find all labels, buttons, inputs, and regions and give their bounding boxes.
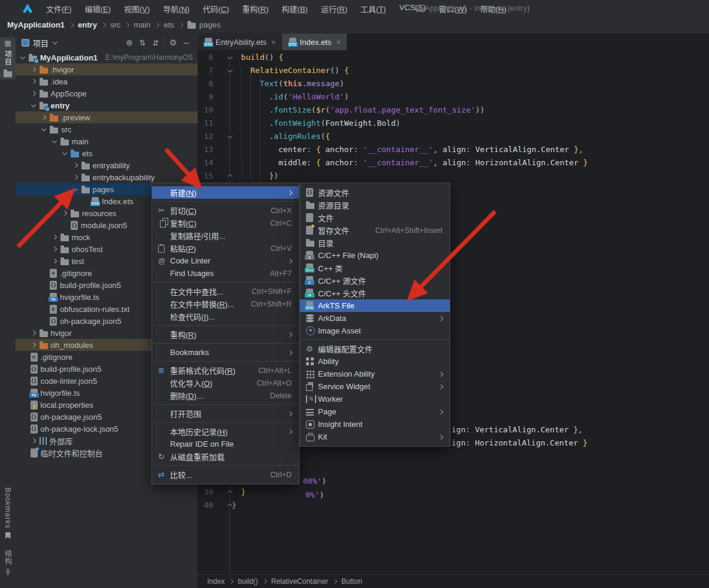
new-submenu-item-编辑器配置文件[interactable]: ⚙编辑器配置文件	[300, 343, 450, 355]
menubar-item-0[interactable]: 文件(F)	[40, 1, 78, 17]
new-submenu-item-Image Asset[interactable]: Image Asset	[300, 325, 450, 337]
new-submenu-item-Page[interactable]: Page	[300, 405, 450, 418]
fold-collapse-icon[interactable]	[226, 54, 233, 60]
toolbar-settings-button[interactable]: ⚙	[166, 36, 180, 49]
chevron-right-icon[interactable]	[62, 211, 68, 215]
activity-tab-structure[interactable]: 结构╬	[0, 550, 16, 575]
menubar-item-2[interactable]: 视图(V)	[117, 1, 156, 17]
chevron-right-icon[interactable]	[51, 247, 57, 251]
context-menu-item-重新格式化代码(R)[interactable]: ≣重新格式化代码(R)Ctrl+Alt+L	[152, 364, 299, 377]
chevron-right-icon[interactable]	[31, 439, 37, 442]
fold-collapse-icon[interactable]	[226, 133, 233, 140]
chevron-down-icon[interactable]	[51, 140, 57, 143]
context-menu-item-剪切(C)[interactable]: ✂剪切(C)Ctrl+X	[152, 204, 299, 217]
new-submenu-item-Ability[interactable]: Ability	[300, 355, 450, 368]
chevron-right-icon[interactable]	[31, 68, 37, 71]
chevron-right-icon[interactable]	[72, 175, 78, 179]
new-submenu-item-C++ 类[interactable]: C++C++ 类	[300, 262, 450, 274]
menubar-item-8[interactable]: 工具(T)	[354, 1, 393, 17]
tree-row-src[interactable]: src	[16, 123, 198, 135]
toolbar-hide-button[interactable]: ─	[180, 36, 193, 49]
tree-row-AppScope[interactable]: AppScope	[16, 87, 198, 99]
chevron-right-icon[interactable]	[31, 80, 37, 83]
activity-tab-project[interactable]: ▦项目	[0, 37, 16, 80]
chevron-right-icon[interactable]	[31, 92, 37, 95]
tree-row-main[interactable]: main	[16, 135, 198, 147]
fold-end-icon[interactable]	[226, 502, 233, 508]
context-menu-item-从磁盘重新加载[interactable]: ↻从磁盘重新加载	[152, 450, 299, 463]
chevron-right-icon[interactable]	[41, 116, 47, 119]
context-menu-item-删除(D)...[interactable]: 删除(D)...Delete	[152, 389, 299, 402]
context-menu-item-本地历史记录(H)[interactable]: 本地历史记录(H)	[152, 425, 299, 438]
tree-row-entry[interactable]: entry	[16, 99, 198, 111]
tree-row-entryability[interactable]: entryability	[16, 159, 198, 171]
new-submenu-item-C/C++ File (Napi)[interactable]: CC/C++ File (Napi)	[300, 249, 450, 262]
context-menu-item-Repair IDE on File[interactable]: Repair IDE on File	[152, 438, 299, 450]
breadcrumb-item-MyApplication1[interactable]: MyApplication1	[7, 20, 65, 29]
new-submenu-item-资源文件[interactable]: {}资源文件	[300, 186, 450, 199]
breadcrumb-item-src[interactable]: src	[110, 20, 120, 29]
context-menu-item-在文件中替换(R)...[interactable]: 在文件中替换(R)...Ctrl+Shift+R	[152, 298, 299, 310]
chevron-down-icon[interactable]	[62, 152, 68, 154]
chevron-down-icon[interactable]	[20, 56, 26, 59]
menubar-item-1[interactable]: 编辑(E)	[78, 1, 117, 17]
new-submenu-item-资源目录[interactable]: 资源目录	[300, 199, 450, 211]
tree-row-entrybackupability[interactable]: entrybackupability	[16, 171, 198, 183]
context-menu-item-在文件中查找...[interactable]: 在文件中查找...Ctrl+Shift+F	[152, 285, 299, 298]
menubar-item-5[interactable]: 重构(R)	[236, 1, 275, 17]
new-submenu-item-ArkTS File[interactable]: ETSArkTS File	[300, 299, 450, 312]
context-menu-item-优化导入(O)[interactable]: 优化导入(O)Ctrl+Alt+O	[152, 377, 299, 389]
tree-row-.hvigor[interactable]: .hvigor	[16, 63, 198, 75]
editor-breadcrumb-build()[interactable]: build()	[238, 577, 257, 586]
editor-breadcrumb-Button[interactable]: Button	[341, 577, 362, 586]
breadcrumb-item-pages[interactable]: pages	[187, 20, 220, 29]
new-submenu-item-C/C++ 源文件[interactable]: CC/C++ 源文件	[300, 274, 450, 287]
tree-row-.preview[interactable]: .preview	[16, 111, 198, 123]
new-submenu-item-文件[interactable]: 文件	[300, 211, 450, 224]
new-submenu-item-ArkData[interactable]: ArkData	[300, 312, 450, 325]
context-menu-item-Code Linter[interactable]: @Code Linter	[152, 254, 299, 267]
chevron-right-icon[interactable]	[31, 331, 37, 335]
tree-row-MyApplication1[interactable]: MyApplication1E:\myProgram\HarmonyOS	[16, 51, 198, 63]
breadcrumb-item-ets[interactable]: ets	[163, 20, 174, 29]
menubar-item-4[interactable]: 代码(C)	[196, 1, 235, 17]
context-menu-item-检查代码(I)...[interactable]: 检查代码(I)...	[152, 310, 299, 323]
chevron-right-icon[interactable]	[51, 235, 57, 239]
chevron-down-icon[interactable]	[72, 188, 78, 190]
tab-Index.ets[interactable]: ETSIndex.ets×	[282, 34, 347, 50]
context-menu-item-打开范围[interactable]: 打开范围	[152, 407, 299, 420]
toolbar-locate-button[interactable]: ⊕	[123, 36, 136, 49]
editor-breadcrumb-RelativeContainer[interactable]: RelativeContainer	[271, 577, 328, 586]
chevron-right-icon[interactable]	[72, 163, 78, 167]
chevron-down-icon[interactable]	[31, 104, 37, 107]
new-submenu-item-C/C++ 头文件[interactable]: HC/C++ 头文件	[300, 287, 450, 299]
tab-EntryAbility.ets[interactable]: ETSEntryAbility.ets×	[198, 34, 282, 50]
editor-breadcrumb-Index[interactable]: Index	[207, 577, 225, 586]
new-submenu-item-Extension Ability[interactable]: Extension Ability	[300, 368, 450, 380]
new-submenu-item-暂存文件[interactable]: 暂存文件Ctrl+Alt+Shift+Insert	[300, 224, 450, 237]
context-menu-item-重构(R)[interactable]: 重构(R)	[152, 328, 299, 341]
breadcrumb-item-main[interactable]: main	[134, 20, 150, 29]
new-submenu-item-目录[interactable]: 目录	[300, 237, 450, 249]
tree-row-.idea[interactable]: .idea	[16, 75, 198, 87]
chevron-right-icon[interactable]	[31, 343, 37, 347]
new-submenu-item-Insight Intent[interactable]: Insight Intent	[300, 418, 450, 431]
activity-tab-bookmarks[interactable]: Bookmarks	[0, 487, 16, 539]
close-icon[interactable]: ×	[336, 38, 341, 47]
new-submenu-item-Service Widget[interactable]: Service Widget	[300, 380, 450, 393]
chevron-right-icon[interactable]	[51, 259, 57, 263]
context-menu-item-比较...[interactable]: ⇄比较...Ctrl+D	[152, 468, 299, 481]
context-menu-item-粘贴(P)[interactable]: 粘贴(P)Ctrl+V	[152, 242, 299, 254]
menubar-item-7[interactable]: 运行(R)	[314, 1, 354, 17]
tree-row-ets[interactable]: ets	[16, 147, 198, 159]
menubar-item-3[interactable]: 导航(N)	[156, 1, 196, 17]
context-menu-item-复制路径/引用...[interactable]: 复制路径/引用...	[152, 229, 299, 242]
toolbar-expand-all-button[interactable]: ⇅	[136, 36, 149, 49]
fold-end-icon[interactable]	[226, 489, 233, 495]
breadcrumb-item-entry[interactable]: entry	[78, 20, 97, 29]
menubar-item-6[interactable]: 构建(B)	[275, 1, 314, 17]
new-submenu-item-Worker[interactable]: ⇅Worker	[300, 393, 450, 405]
new-submenu-item-Kit[interactable]: Kit	[300, 431, 450, 443]
context-menu-item-Find Usages[interactable]: Find UsagesAlt+F7	[152, 267, 299, 280]
toolbar-collapse-all-button[interactable]: ⇅	[149, 36, 162, 49]
